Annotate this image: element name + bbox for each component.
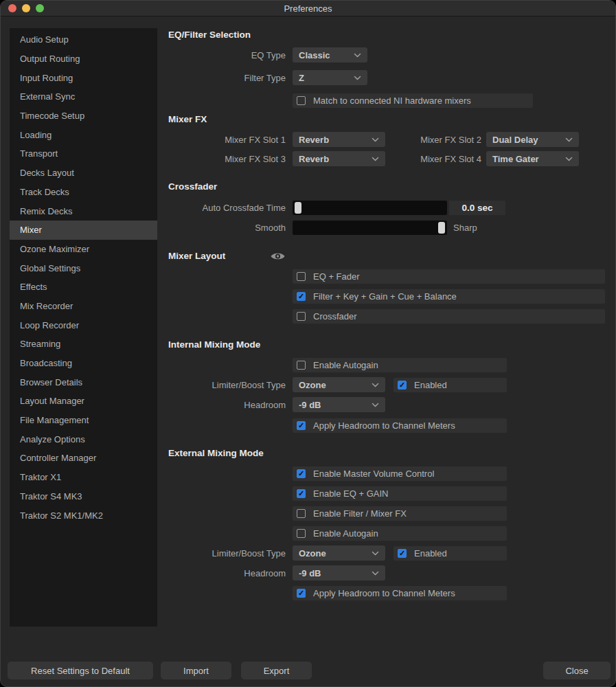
preferences-window: Preferences Audio Setup Output Routing I… [0, 0, 616, 687]
external-enabled-checkbox[interactable] [398, 549, 407, 558]
ni-match-checkbox[interactable] [297, 96, 306, 105]
chevron-down-icon [372, 571, 379, 576]
internal-headroom-row: Headroom -9 dB [168, 397, 385, 412]
internal-headroom-value: -9 dB [299, 400, 321, 410]
external-enabled-label: Enabled [414, 548, 447, 559]
external-master-volume-checkbox[interactable] [297, 469, 306, 478]
sidebar-item-loop-recorder[interactable]: Loop Recorder [10, 315, 157, 335]
fx-slot2-select[interactable]: Dual Delay [486, 132, 579, 147]
external-filter-fx-row: Enable Filter / Mixer FX [168, 506, 507, 521]
internal-apply-headroom-checkbox[interactable] [297, 421, 306, 430]
sidebar-item-streaming[interactable]: Streaming [10, 335, 157, 354]
sidebar-item-browser-details[interactable]: Browser Details [10, 372, 157, 392]
filter-type-select[interactable]: Z [293, 70, 367, 85]
sidebar-item-external-sync[interactable]: External Sync [10, 87, 157, 106]
internal-limiter-select[interactable]: Ozone [293, 377, 385, 392]
close-window-button[interactable] [8, 4, 16, 12]
sidebar-item-audio-setup[interactable]: Audio Setup [10, 30, 157, 49]
internal-autogain-label: Enable Autogain [313, 360, 378, 370]
section-heading-eq-filter: EQ/Filter Selection [168, 30, 251, 40]
auto-crossfade-row: Auto Crossfade Time 0.0 sec [168, 200, 505, 215]
internal-autogain-checkbox[interactable] [297, 361, 306, 370]
external-eq-gain-checkbox-row[interactable]: Enable EQ + GAIN [293, 486, 507, 501]
sidebar-item-transport[interactable]: Transport [10, 144, 157, 164]
eq-type-label: EQ Type [168, 50, 286, 60]
eq-fader-checkbox[interactable] [297, 272, 306, 281]
external-enabled-checkbox-row[interactable]: Enabled [393, 546, 507, 561]
external-eq-gain-checkbox[interactable] [297, 489, 306, 498]
eq-type-select[interactable]: Classic [293, 47, 367, 63]
fx-slot4-select[interactable]: Time Gater [486, 151, 579, 166]
internal-autogain-checkbox-row[interactable]: Enable Autogain [293, 358, 507, 372]
sidebar-item-mixer[interactable]: Mixer [10, 221, 157, 240]
internal-autogain-row: Enable Autogain [168, 357, 507, 372]
chevron-down-icon [354, 76, 361, 80]
chevron-down-icon [565, 137, 573, 142]
external-limiter-select[interactable]: Ozone [293, 545, 385, 561]
sidebar-item-output-routing[interactable]: Output Routing [10, 49, 157, 69]
sidebar-item-remix-decks[interactable]: Remix Decks [10, 201, 157, 221]
internal-enabled-checkbox[interactable] [398, 381, 407, 390]
slider-handle[interactable] [295, 202, 301, 214]
sidebar-item-traktor-s4-mk3[interactable]: Traktor S4 MK3 [10, 487, 157, 506]
external-apply-headroom-row: Apply Headroom to Channel Meters [168, 585, 507, 600]
sidebar-item-mix-recorder[interactable]: Mix Recorder [10, 297, 157, 316]
sidebar-item-analyze-options[interactable]: Analyze Options [10, 429, 157, 449]
internal-enabled-checkbox-row[interactable]: Enabled [393, 378, 507, 392]
external-limiter-value: Ozone [299, 548, 326, 559]
internal-headroom-select[interactable]: -9 dB [293, 397, 385, 412]
slider-handle[interactable] [438, 222, 445, 234]
filter-key-checkbox[interactable] [297, 292, 306, 301]
sidebar-item-loading[interactable]: Loading [10, 125, 157, 144]
sidebar-item-ozone-maximizer[interactable]: Ozone Maximizer [10, 240, 157, 259]
auto-crossfade-slider[interactable] [293, 201, 447, 215]
sidebar-item-controller-manager[interactable]: Controller Manager [10, 449, 157, 468]
sidebar-item-input-routing[interactable]: Input Routing [10, 68, 157, 87]
zoom-window-button[interactable] [36, 4, 44, 12]
smooth-sharp-slider[interactable] [293, 221, 447, 235]
external-filter-fx-checkbox-row[interactable]: Enable Filter / Mixer FX [293, 506, 507, 521]
sidebar-item-file-management[interactable]: File Management [10, 411, 157, 430]
fx-slot1-select[interactable]: Reverb [293, 132, 385, 147]
external-apply-headroom-checkbox[interactable] [297, 589, 306, 598]
minimize-window-button[interactable] [22, 4, 30, 12]
sidebar-item-traktor-s2-mk1-mk2[interactable]: Traktor S2 MK1/MK2 [10, 506, 157, 525]
external-apply-headroom-checkbox-row[interactable]: Apply Headroom to Channel Meters [293, 586, 507, 600]
reset-settings-button[interactable]: Reset Settings to Default [8, 662, 153, 679]
external-headroom-row: Headroom -9 dB [168, 565, 385, 581]
crossfader-checkbox-row[interactable]: Crossfader [293, 309, 605, 324]
close-button[interactable]: Close [543, 662, 611, 679]
external-autogain-label: Enable Autogain [313, 528, 378, 539]
internal-apply-headroom-checkbox-row[interactable]: Apply Headroom to Channel Meters [293, 418, 507, 433]
sidebar-item-layout-manager[interactable]: Layout Manager [10, 392, 157, 411]
external-master-volume-checkbox-row[interactable]: Enable Master Volume Control [293, 466, 507, 481]
sidebar-item-decks-layout[interactable]: Decks Layout [10, 164, 157, 183]
fx-slot3-select[interactable]: Reverb [293, 151, 385, 166]
external-master-volume-row: Enable Master Volume Control [168, 466, 507, 481]
sidebar-item-timecode-setup[interactable]: Timecode Setup [10, 106, 157, 126]
external-autogain-row: Enable Autogain [168, 526, 507, 541]
eq-fader-checkbox-row[interactable]: EQ + Fader [293, 269, 605, 284]
internal-apply-headroom-row: Apply Headroom to Channel Meters [168, 418, 507, 433]
export-button[interactable]: Export [241, 662, 312, 679]
sidebar-item-track-decks[interactable]: Track Decks [10, 183, 157, 202]
external-filter-fx-checkbox[interactable] [297, 509, 306, 518]
import-button[interactable]: Import [161, 662, 231, 679]
smooth-sharp-row: Smooth Sharp [168, 220, 477, 235]
filter-key-checkbox-row[interactable]: Filter + Key + Gain + Cue + Balance [293, 289, 605, 304]
sidebar-item-effects[interactable]: Effects [10, 278, 157, 297]
section-heading-external-mixing: External Mixing Mode [168, 448, 264, 458]
external-filter-fx-label: Enable Filter / Mixer FX [313, 508, 407, 519]
filter-type-value: Z [299, 73, 304, 83]
fx-slot2-label: Mixer FX Slot 2 [385, 135, 481, 145]
sidebar-item-broadcasting[interactable]: Broadcasting [10, 354, 157, 373]
external-headroom-select[interactable]: -9 dB [293, 565, 385, 581]
sidebar-item-global-settings[interactable]: Global Settings [10, 258, 157, 278]
ni-match-checkbox-row[interactable]: Match to connected NI hardware mixers [293, 93, 533, 108]
internal-limiter-label: Limiter/Boost Type [168, 380, 286, 390]
external-autogain-checkbox[interactable] [297, 529, 306, 538]
sidebar-item-traktor-x1[interactable]: Traktor X1 [10, 468, 157, 487]
crossfader-checkbox[interactable] [297, 312, 306, 321]
external-autogain-checkbox-row[interactable]: Enable Autogain [293, 526, 507, 541]
external-apply-headroom-label: Apply Headroom to Channel Meters [313, 588, 455, 598]
